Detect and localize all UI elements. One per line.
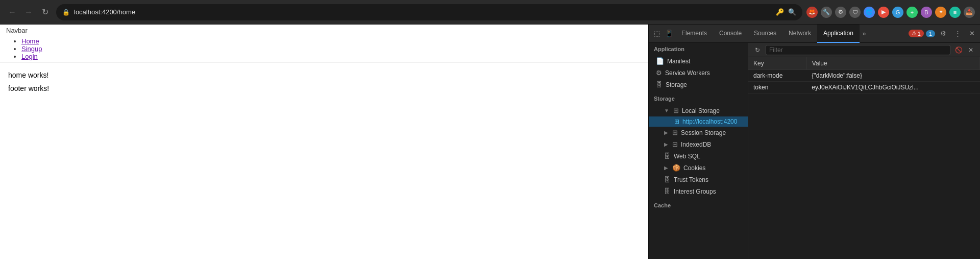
tab-sources[interactable]: Sources <box>748 25 782 43</box>
cache-header: Cache <box>649 199 748 211</box>
row-0-value: {"darkMode":false} <box>806 70 979 82</box>
close-panel-button[interactable]: ✕ <box>966 45 976 55</box>
tab-elements[interactable]: Elements <box>675 25 713 43</box>
ext-icon-10[interactable]: ✦ <box>935 7 946 18</box>
web-sql-label: Web SQL <box>674 153 700 160</box>
manifest-label: Manifest <box>667 58 690 65</box>
filter-input[interactable] <box>766 45 950 55</box>
toolbar-right: 🚫 ✕ <box>953 45 976 55</box>
tab-network[interactable]: Network <box>782 25 817 43</box>
session-storage-label: Session Storage <box>681 129 726 136</box>
devtools-table: Key Value dark-mode {"darkMode":false} t… <box>748 57 980 259</box>
address-bar-wrapper: 🔒 🔑 🔍 <box>56 4 802 20</box>
local-storage-icon: ⊞ <box>673 107 679 114</box>
address-input[interactable] <box>74 8 772 16</box>
sidebar-item-service-workers[interactable]: ⚙ Service Workers <box>649 67 748 79</box>
row-0-key: dark-mode <box>748 70 806 82</box>
expand-cookies-icon: ▶ <box>664 165 668 171</box>
page-content: Navbar Home Singup Login home works! foo… <box>0 25 648 259</box>
storage-label: Storage <box>666 81 687 88</box>
localhost-label: http://localhost:4200 <box>682 118 737 125</box>
sidebar-item-localhost-4200[interactable]: ⊞ http://localhost:4200 <box>649 116 748 127</box>
sidebar-item-storage[interactable]: 🗄 Storage <box>649 79 748 90</box>
table-row[interactable]: dark-mode {"darkMode":false} <box>748 70 980 82</box>
row-1-key: token <box>748 82 806 93</box>
devtools-settings-icon[interactable]: ⚙ <box>937 28 949 40</box>
session-storage-icon: ⊞ <box>672 129 678 136</box>
trust-tokens-icon: 🗄 <box>664 176 671 183</box>
devtools-inspect-icon[interactable]: ⬚ <box>651 28 663 40</box>
browser-icons: 🦊 🔧 ⚙ 🛡 🌐 ▶ G + B ✦ ≡ 📥 <box>806 7 975 18</box>
row-1-value: eyJ0eXAiOiJKV1QiLCJhbGciOiJSUzl... <box>806 82 979 93</box>
clear-storage-button[interactable]: 🚫 <box>953 45 964 55</box>
sidebar-item-interest-groups[interactable]: 🗄 Interest Groups <box>649 185 748 197</box>
error-badge: ⚠ 1 <box>909 30 924 37</box>
manifest-icon: 📄 <box>656 57 664 65</box>
sidebar-item-web-sql[interactable]: 🗄 Web SQL <box>649 150 748 162</box>
indexeddb-icon: ⊞ <box>672 140 678 148</box>
table-row[interactable]: token eyJ0eXAiOiJKV1QiLCJhbGciOiJSUzl... <box>748 82 980 93</box>
indexeddb-label: IndexedDB <box>681 141 711 148</box>
navbar-brand: Navbar <box>6 27 28 34</box>
expand-session-storage-icon: ▶ <box>664 130 668 135</box>
interest-groups-label: Interest Groups <box>674 188 716 195</box>
ext-icon-2[interactable]: 🔧 <box>821 7 832 18</box>
sidebar-item-session-storage[interactable]: ▶ ⊞ Session Storage <box>649 127 748 138</box>
footer-works-text: footer works! <box>8 84 640 92</box>
devtools-body: Application 📄 Manifest ⚙ Service Workers… <box>649 43 980 259</box>
ext-icon-6[interactable]: ▶ <box>878 7 889 18</box>
nav-buttons: ← → ↻ <box>5 5 52 19</box>
cookies-label: Cookies <box>683 164 705 172</box>
devtools-toolbar: ↻ 🚫 ✕ <box>748 43 980 57</box>
localhost-icon: ⊞ <box>674 118 679 125</box>
browser-chrome: ← → ↻ 🔒 🔑 🔍 🦊 🔧 ⚙ 🛡 🌐 ▶ G + B ✦ ≡ 📥 <box>0 0 980 25</box>
storage-icon: 🗄 <box>656 81 663 88</box>
service-workers-icon: ⚙ <box>656 69 662 77</box>
storage-table: Key Value dark-mode {"darkMode":false} t… <box>748 57 980 93</box>
ext-icon-1[interactable]: 🦊 <box>806 7 818 18</box>
ext-icon-11[interactable]: ≡ <box>949 7 961 18</box>
key-column-header: Key <box>748 57 806 70</box>
sidebar-item-indexeddb[interactable]: ▶ ⊞ IndexedDB <box>649 138 748 150</box>
key-icon: 🔑 <box>776 8 784 16</box>
sidebar-item-manifest[interactable]: 📄 Manifest <box>649 55 748 67</box>
navbar: Navbar Home Singup Login <box>0 25 648 63</box>
forward-button[interactable]: → <box>21 5 36 19</box>
devtools-panel: ⬚ 📱 Elements Console Sources Network App… <box>648 25 980 259</box>
ext-icon-7[interactable]: G <box>892 7 903 18</box>
refresh-storage-button[interactable]: ↻ <box>752 45 763 55</box>
reload-button[interactable]: ↻ <box>38 5 52 19</box>
back-button[interactable]: ← <box>5 5 19 19</box>
ext-icon-8[interactable]: + <box>906 7 918 18</box>
lock-icon: 🔒 <box>62 9 70 16</box>
devtools-close-icon[interactable]: ✕ <box>966 28 978 40</box>
local-storage-label: Local Storage <box>682 107 720 114</box>
sidebar-item-local-storage[interactable]: ▼ ⊞ Local Storage <box>649 105 748 116</box>
ext-icon-9[interactable]: B <box>921 7 932 18</box>
cookies-icon: 🍪 <box>672 164 680 172</box>
expand-local-storage-icon: ▼ <box>664 108 669 113</box>
devtools-tab-bar: ⬚ 📱 Elements Console Sources Network App… <box>649 25 980 43</box>
trust-tokens-label: Trust Tokens <box>674 176 708 183</box>
ext-icon-5[interactable]: 🌐 <box>864 7 875 18</box>
nav-link-login[interactable]: Login <box>21 53 38 60</box>
ext-icon-12[interactable]: 📥 <box>964 7 975 18</box>
devtools-more-icon[interactable]: ⋮ <box>951 28 964 40</box>
service-workers-label: Service Workers <box>665 69 710 77</box>
tab-console[interactable]: Console <box>713 25 748 43</box>
value-column-header: Value <box>806 57 979 70</box>
search-icon: 🔍 <box>788 8 796 16</box>
tab-application[interactable]: Application <box>817 25 860 43</box>
nav-link-singup[interactable]: Singup <box>21 45 42 53</box>
devtools-sidebar: Application 📄 Manifest ⚙ Service Workers… <box>649 43 748 259</box>
sidebar-item-cookies[interactable]: ▶ 🍪 Cookies <box>649 162 748 174</box>
storage-header: Storage <box>649 92 748 105</box>
nav-link-home[interactable]: Home <box>21 37 39 45</box>
more-tabs-icon[interactable]: » <box>860 30 869 37</box>
ext-icon-4[interactable]: 🛡 <box>849 7 861 18</box>
devtools-main: ↻ 🚫 ✕ Key Value <box>748 43 980 259</box>
application-header: Application <box>649 43 748 55</box>
sidebar-item-trust-tokens[interactable]: 🗄 Trust Tokens <box>649 174 748 185</box>
devtools-device-icon[interactable]: 📱 <box>663 28 675 40</box>
ext-icon-3[interactable]: ⚙ <box>835 7 846 18</box>
